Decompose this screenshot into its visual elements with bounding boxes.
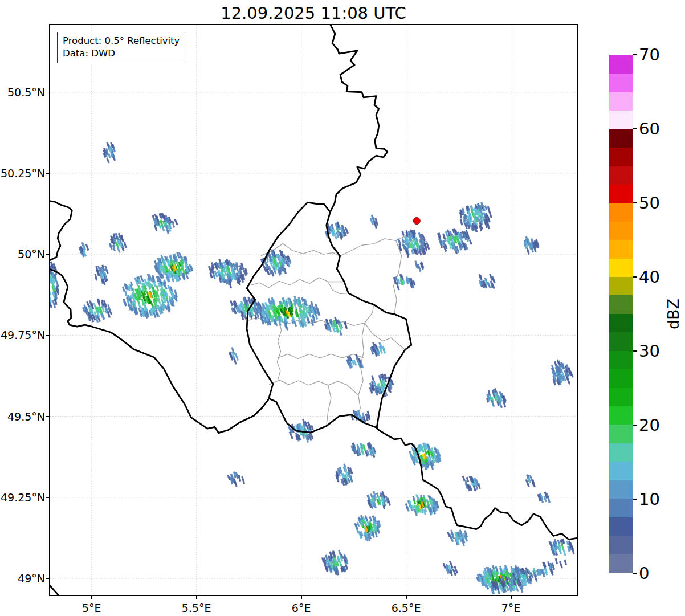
colorbar-segment <box>609 369 633 387</box>
y-axis-tick <box>46 416 49 417</box>
colorbar-segment <box>609 74 633 92</box>
page-title: 12.09.2025 11:08 UTC <box>49 3 578 23</box>
colorbar-segment <box>609 148 633 166</box>
radar-figure: 12.09.2025 11:08 UTC Product: 0.5° Refle… <box>0 0 685 616</box>
colorbar-segment <box>609 443 633 462</box>
colorbar-tick-label: 40 <box>639 267 660 287</box>
colorbar-segment <box>609 295 633 313</box>
x-axis-tick <box>196 596 197 599</box>
y-tick-label: 50°N <box>1 247 45 261</box>
colorbar-segment <box>609 185 633 203</box>
colorbar-tick-label: 60 <box>639 119 660 138</box>
colorbar-segment <box>609 499 633 517</box>
x-axis-tick <box>301 596 302 599</box>
colorbar-segment <box>609 55 633 74</box>
colorbar-segment <box>609 240 633 258</box>
colorbar-segment <box>609 166 633 185</box>
y-tick-label: 49°N <box>1 572 45 585</box>
colorbar-tick <box>633 425 637 426</box>
colorbar-tick-label: 20 <box>639 415 660 435</box>
x-axis-tick <box>511 596 512 599</box>
y-axis-tick <box>46 497 49 498</box>
colorbar-tick-label: 0 <box>639 564 649 583</box>
x-tick-label: 5.5°E <box>171 601 222 615</box>
radar-map-canvas <box>50 25 577 595</box>
plot-area: Product: 0.5° Reflectivity Data: DWD <box>49 24 578 596</box>
colorbar-tick-label: 10 <box>639 489 660 509</box>
y-tick-label: 49.5°N <box>1 410 45 423</box>
colorbar-segment <box>609 222 633 240</box>
colorbar-segment <box>609 111 633 129</box>
y-axis-tick <box>46 335 49 336</box>
y-axis-tick <box>46 578 49 579</box>
colorbar-tick-label: 50 <box>639 193 660 213</box>
colorbar-tick <box>633 202 637 203</box>
x-axis-tick <box>406 596 407 599</box>
colorbar-segment <box>609 425 633 443</box>
colorbar-segment <box>609 259 633 277</box>
colorbar-segment <box>609 480 633 499</box>
colorbar-tick <box>633 276 637 278</box>
y-tick-label: 49.25°N <box>1 491 45 504</box>
colorbar-segment <box>609 462 633 480</box>
colorbar-segment <box>609 536 633 554</box>
colorbar-segment <box>609 277 633 295</box>
colorbar-tick <box>633 128 637 129</box>
colorbar <box>609 55 633 573</box>
x-tick-label: 6.5°E <box>381 601 432 615</box>
colorbar-segment <box>609 388 633 406</box>
colorbar-segment <box>609 314 633 332</box>
y-tick-label: 50.5°N <box>1 85 45 99</box>
x-tick-label: 6°E <box>276 601 327 615</box>
colorbar-tick <box>633 573 637 574</box>
y-tick-label: 49.75°N <box>1 328 45 342</box>
y-axis-tick <box>46 92 49 93</box>
colorbar-tick-label: 70 <box>639 45 660 64</box>
product-legend-box: Product: 0.5° Reflectivity Data: DWD <box>57 32 185 63</box>
colorbar-segment <box>609 517 633 536</box>
colorbar-segment <box>609 332 633 350</box>
y-axis-tick <box>46 173 49 174</box>
x-tick-label: 7°E <box>486 601 537 615</box>
colorbar-tick <box>633 499 637 500</box>
colorbar-segment <box>609 351 633 369</box>
y-axis-tick <box>46 254 49 255</box>
colorbar-segment <box>609 554 633 572</box>
x-tick-label: 5°E <box>66 601 117 615</box>
colorbar-tick-label: 30 <box>639 341 660 361</box>
colorbar-tick <box>633 54 637 55</box>
y-tick-label: 50.25°N <box>1 166 45 180</box>
legend-data-line: Data: DWD <box>63 47 180 60</box>
colorbar-segment <box>609 129 633 148</box>
colorbar-segment <box>609 92 633 111</box>
legend-product-line: Product: 0.5° Reflectivity <box>63 35 180 47</box>
colorbar-segment <box>609 203 633 221</box>
x-axis-tick <box>91 596 92 599</box>
colorbar-unit-label: dBZ <box>664 299 682 329</box>
colorbar-segment <box>609 406 633 425</box>
colorbar-tick <box>633 350 637 352</box>
